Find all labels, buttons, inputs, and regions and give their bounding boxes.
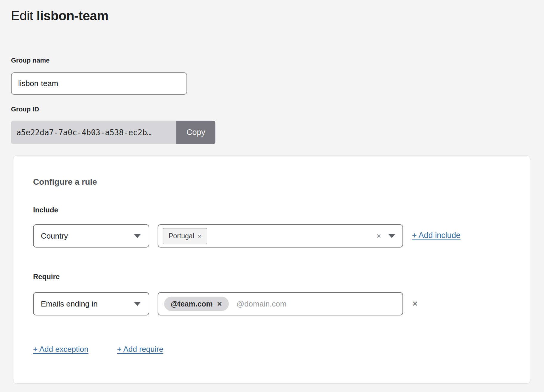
require-value-tag-input[interactable]: @team.com ✕ [158,292,403,315]
group-id-field: a5e22da7-7a0c-4b03-a538-ec2b… Copy [11,121,215,144]
rule-footer-links: + Add exception + Add require [33,345,163,354]
group-id-value: a5e22da7-7a0c-4b03-a538-ec2b… [11,121,176,144]
include-value-multiselect[interactable]: Portugal × × [158,224,403,248]
add-require-link[interactable]: + Add require [117,345,163,354]
chevron-down-icon [388,234,395,238]
require-tag-label: @team.com [171,300,213,308]
remove-tag-icon[interactable]: ✕ [217,301,222,307]
add-exception-link[interactable]: + Add exception [33,345,88,354]
include-selector-value: Country [41,231,68,241]
group-id-label: Group ID [11,105,39,113]
card-heading: Configure a rule [33,177,97,187]
remove-require-rule-icon[interactable]: ✕ [410,292,420,315]
group-name-label: Group name [11,57,50,64]
chevron-down-icon [134,234,141,238]
page-title-group-name: lisbon-team [37,8,108,23]
clear-selection-icon[interactable]: × [377,232,381,240]
include-tag-label: Portugal [169,232,194,240]
copy-group-id-button[interactable]: Copy [176,121,215,144]
require-tag-team-com: @team.com ✕ [164,297,229,311]
include-section-label: Include [33,206,58,214]
require-selector-value: Emails ending in [41,299,98,309]
include-selector-dropdown[interactable]: Country [33,224,149,248]
page-title-prefix: Edit [11,8,33,23]
remove-tag-icon[interactable]: × [198,233,201,239]
group-name-input[interactable] [11,72,187,95]
require-domain-input[interactable] [237,295,397,313]
page-title: Edit lisbon-team [11,8,108,23]
chevron-down-icon [134,302,141,306]
require-section-label: Require [33,273,60,281]
include-tag-portugal: Portugal × [163,228,207,244]
require-selector-dropdown[interactable]: Emails ending in [33,292,149,315]
add-include-link[interactable]: + Add include [412,231,461,240]
configure-rule-card: Configure a rule Include Country Portuga… [13,155,530,384]
